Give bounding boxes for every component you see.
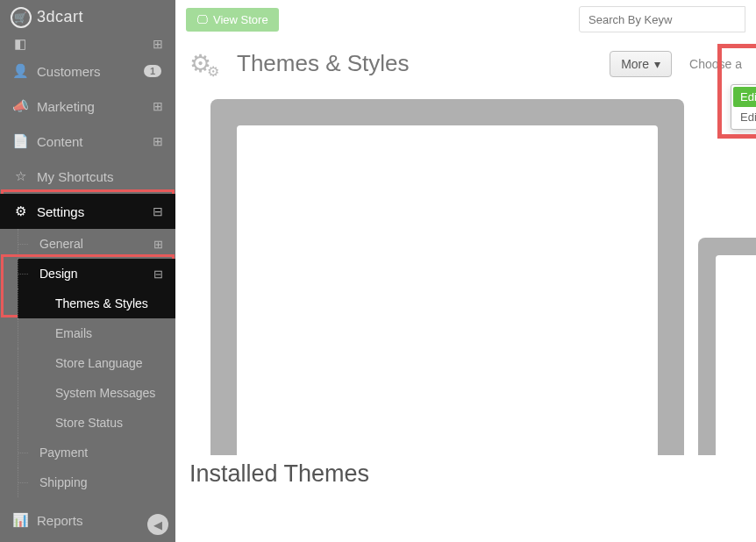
logo-text: 3dcart — [37, 8, 83, 26]
main-area: 🖵 View Store ⚙⚙ Themes & Styles More ▾ C… — [175, 0, 756, 542]
collapse-sidebar-button[interactable]: ◀ — [147, 514, 168, 535]
sidebar-label: Payment — [39, 446, 175, 460]
sidebar-label: General — [39, 237, 153, 251]
sidebar-label: Customers — [37, 64, 144, 79]
title-row: ⚙⚙ Themes & Styles More ▾ Choose a — [175, 39, 756, 99]
dropdown-edit-html[interactable]: Edit Template (HTML) — [733, 87, 756, 107]
collapse-icon: ⊟ — [153, 204, 165, 218]
expand-icon: ⊞ — [153, 134, 165, 148]
more-label: More — [621, 57, 649, 71]
sidebar-label: System Messages — [55, 386, 155, 400]
section-title: Installed Themes — [175, 450, 756, 488]
sidebar-subsub-storelang[interactable]: Store Language — [18, 348, 175, 378]
logo[interactable]: 🛒 3dcart — [0, 0, 175, 34]
sidebar-subsub-sysmsg[interactable]: System Messages — [18, 378, 175, 408]
sidebar-label: Store Language — [55, 356, 143, 370]
cart-icon: 🛒 — [11, 7, 32, 28]
sidebar-label: Settings — [37, 204, 153, 219]
sidebar-subsub-themes[interactable]: Themes & Styles — [18, 289, 175, 318]
sidebar-label: Reports — [37, 513, 153, 528]
sidebar-item-customers[interactable]: 👤 Customers 1 — [0, 53, 175, 89]
preview-area — [175, 99, 756, 450]
page-title: Themes & Styles — [237, 50, 410, 77]
sidebar-subsub-storestatus[interactable]: Store Status — [18, 408, 175, 438]
sidebar-sub-general[interactable]: General ⊞ — [18, 229, 175, 259]
more-dropdown: Edit Template (HTML) Edit Look/Colors (C… — [731, 84, 756, 130]
sidebar-sub-design[interactable]: Design ⊟ — [18, 259, 175, 289]
monitor-icon: 🖵 — [196, 13, 208, 26]
gear-icon: ⚙ — [11, 203, 30, 219]
sidebar-subsub-emails[interactable]: Emails — [18, 318, 175, 348]
sidebar-label: My Shortcuts — [37, 169, 165, 184]
more-button[interactable]: More ▾ — [610, 51, 672, 77]
expand-icon: ⊞ — [153, 238, 175, 251]
choose-theme-link[interactable]: Choose a — [689, 57, 742, 71]
badge: 1 — [144, 65, 161, 77]
sidebar-item-marketing[interactable]: 📣 Marketing ⊞ — [0, 89, 175, 124]
sidebar-sub-payment[interactable]: Payment — [18, 438, 175, 467]
sidebar-item-settings[interactable]: ⚙ Settings ⊟ — [0, 194, 175, 229]
sidebar-label: Themes & Styles — [55, 296, 148, 310]
user-icon: 👤 — [11, 63, 30, 79]
sidebar-label: Store Status — [55, 416, 123, 430]
dropdown-edit-css[interactable]: Edit Look/Colors (CSS) — [733, 107, 756, 127]
caret-down-icon: ▾ — [654, 57, 660, 71]
sidebar-item-shortcuts[interactable]: ☆ My Shortcuts — [0, 159, 175, 194]
sidebar-item-top[interactable]: ◧ ⊞ — [0, 34, 175, 53]
sidebar-item-content[interactable]: 📄 Content ⊞ — [0, 124, 175, 159]
sidebar-label: Emails — [55, 326, 92, 340]
theme-frame-inner — [716, 255, 756, 455]
topbar: 🖵 View Store — [175, 0, 756, 39]
collapse-icon: ⊟ — [153, 267, 175, 281]
sidebar-label: Design — [39, 267, 153, 281]
sidebar-label: Content — [37, 134, 153, 149]
sidebar-sub-shipping[interactable]: Shipping — [18, 467, 175, 497]
bullhorn-icon: 📣 — [11, 98, 30, 114]
view-store-button[interactable]: 🖵 View Store — [186, 8, 279, 32]
sidebar: 🛒 3dcart ◧ ⊞ 👤 Customers 1 📣 Marketing ⊞… — [0, 0, 175, 542]
chart-icon: 📊 — [11, 512, 30, 528]
star-icon: ☆ — [11, 168, 30, 184]
sidebar-label: Shipping — [39, 475, 175, 489]
document-icon: 📄 — [11, 133, 30, 149]
expand-icon: ⊞ — [153, 99, 165, 113]
gears-icon: ⚙⚙ — [189, 49, 225, 78]
sidebar-label: Marketing — [37, 99, 153, 114]
expand-icon: ⊞ — [153, 37, 165, 51]
theme-frame-inner — [237, 125, 658, 455]
search-input[interactable] — [579, 6, 745, 32]
arrow-left-icon: ◀ — [153, 518, 162, 531]
cube-icon: ◧ — [11, 36, 30, 52]
view-store-label: View Store — [213, 13, 268, 26]
